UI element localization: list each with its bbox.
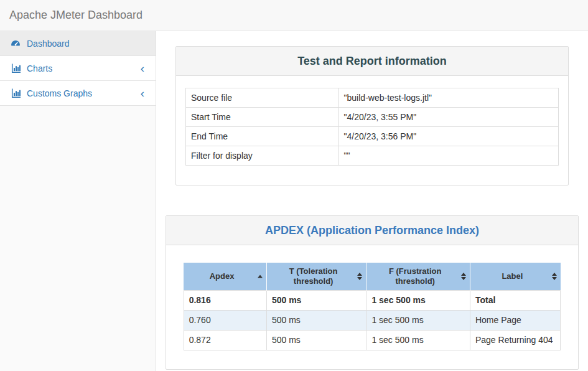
column-header-toleration[interactable]: T (Toleration threshold)	[266, 263, 366, 291]
sidebar-item-label: Charts	[27, 63, 52, 73]
column-header-label: Label	[502, 271, 523, 281]
column-header-label: Apdex	[210, 271, 235, 281]
sidebar: Dashboard Charts ‹	[0, 31, 156, 371]
test-info-panel-heading: Test and Report information	[176, 47, 568, 76]
apdex-title: APDEX (Application Performance Index)	[175, 225, 569, 237]
apdex-value-cell: 0.816	[184, 291, 266, 311]
main-content: Test and Report information Source file …	[156, 31, 588, 371]
sort-both-icon	[461, 273, 466, 280]
frustration-cell: 1 sec 500 ms	[366, 331, 470, 350]
info-row-label: Start Time	[186, 108, 339, 127]
toleration-cell: 500 ms	[266, 291, 366, 311]
dashboard-icon	[11, 39, 21, 49]
sidebar-item-customs-graphs[interactable]: Customs Graphs ‹	[0, 81, 156, 106]
table-row: Source file "build-web-test-logs.jtl"	[186, 88, 559, 108]
table-row: 0.760 500 ms 1 sec 500 ms Home Page	[184, 311, 561, 331]
table-row: Filter for display ""	[186, 146, 559, 166]
apdex-header-row: Apdex T (Toleration threshold) F (Frustr…	[184, 263, 561, 291]
label-cell: Page Returning 404	[470, 331, 560, 350]
test-info-panel-body: Source file "build-web-test-logs.jtl" St…	[176, 76, 568, 185]
label-cell: Total	[470, 291, 560, 311]
chevron-left-icon: ‹	[141, 87, 147, 99]
apdex-value-cell: 0.760	[184, 311, 266, 331]
sidebar-item-label: Customs Graphs	[27, 88, 92, 98]
apdex-panel: APDEX (Application Performance Index) Ap…	[166, 215, 579, 370]
column-header-apdex[interactable]: Apdex	[184, 263, 266, 291]
app-title: Apache JMeter Dashboard	[9, 9, 142, 22]
apdex-table: Apdex T (Toleration threshold) F (Frustr…	[184, 263, 561, 350]
info-row-value: "build-web-test-logs.jtl"	[338, 88, 558, 108]
apdex-value-cell: 0.872	[184, 331, 266, 350]
bar-chart-icon	[11, 88, 21, 98]
table-row: 0.872 500 ms 1 sec 500 ms Page Returning…	[184, 331, 561, 350]
info-row-label: Filter for display	[186, 146, 339, 166]
sort-both-icon	[357, 273, 362, 280]
info-row-value: "4/20/23, 3:56 PM"	[338, 127, 558, 146]
test-info-table: Source file "build-web-test-logs.jtl" St…	[185, 88, 559, 166]
info-row-value: ""	[338, 146, 558, 166]
topbar: Apache JMeter Dashboard	[0, 0, 588, 31]
toleration-cell: 500 ms	[266, 311, 366, 331]
sidebar-item-label: Dashboard	[27, 39, 70, 49]
column-header-label: T (Toleration threshold)	[289, 266, 338, 286]
frustration-cell: 1 sec 500 ms	[366, 311, 470, 331]
info-row-label: End Time	[186, 127, 339, 146]
table-row: Start Time "4/20/23, 3:55 PM"	[186, 108, 559, 127]
apdex-panel-heading: APDEX (Application Performance Index)	[166, 216, 578, 245]
apdex-panel-body: Apdex T (Toleration threshold) F (Frustr…	[166, 245, 578, 369]
sort-both-icon	[552, 273, 557, 280]
bar-chart-icon	[11, 63, 21, 73]
sidebar-item-charts[interactable]: Charts ‹	[0, 56, 156, 81]
info-row-label: Source file	[186, 88, 339, 108]
sort-asc-icon	[258, 275, 263, 278]
info-row-value: "4/20/23, 3:55 PM"	[338, 108, 558, 127]
chevron-left-icon: ‹	[141, 62, 147, 74]
column-header-label: F (Frustration threshold)	[389, 266, 442, 286]
column-header-label-col[interactable]: Label	[470, 263, 560, 291]
table-row: 0.816 500 ms 1 sec 500 ms Total	[184, 291, 561, 311]
layout: Dashboard Charts ‹	[0, 31, 588, 371]
column-header-frustration[interactable]: F (Frustration threshold)	[366, 263, 470, 291]
label-cell: Home Page	[470, 311, 560, 331]
test-info-title: Test and Report information	[185, 55, 559, 67]
toleration-cell: 500 ms	[266, 331, 366, 350]
table-row: End Time "4/20/23, 3:56 PM"	[186, 127, 559, 146]
sidebar-item-dashboard[interactable]: Dashboard	[0, 31, 156, 56]
frustration-cell: 1 sec 500 ms	[366, 291, 470, 311]
test-info-panel: Test and Report information Source file …	[175, 46, 569, 186]
